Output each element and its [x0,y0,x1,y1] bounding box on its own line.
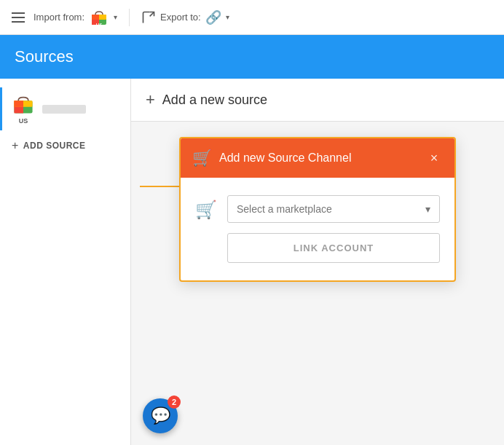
export-label: Export to: [160,12,201,23]
modal-area: 🛒 Add new Source Channel × 🛒 Select a ma… [131,122,504,445]
source-us-label: US [19,117,28,125]
sources-header: Sources [0,35,504,79]
svg-rect-3 [92,15,99,20]
svg-rect-8 [14,101,23,107]
marketplace-chevron-icon: ▾ [425,203,430,215]
source-icon-wrap: US [12,93,35,125]
sources-title: Sources [15,47,74,66]
toolbar: Import from: US ▾ Export to: 🔗 ▾ [0,0,504,35]
export-arrow-icon [141,10,156,25]
modal-cart-icon: 🛒 [192,149,212,168]
add-source-banner-text: Add a new source [162,92,267,108]
add-source-label: ADD SOURCE [23,141,86,151]
chat-badge: 2 [168,395,181,409]
content-area: + Add a new source 🛒 Add new Source Chan… [131,79,504,445]
add-source-button[interactable]: + ADD SOURCE [0,133,130,158]
export-chevron-icon: ▾ [226,13,229,21]
source-bag-icon [12,93,35,117]
sidebar: US + ADD SOURCE [0,79,131,445]
import-section: Import from: US ▾ [34,7,117,28]
sidebar-item-source[interactable]: US [0,87,130,130]
modal-fields: Select a marketplace ▾ LINK ACCOUNT [227,195,440,263]
hamburger-menu[interactable] [9,9,28,25]
link-account-button[interactable]: LINK ACCOUNT [227,233,440,263]
add-source-banner: + Add a new source [131,79,504,122]
marketplace-select[interactable]: Select a marketplace ▾ [227,195,440,223]
source-name-placeholder [42,105,86,114]
modal-body: 🛒 Select a marketplace ▾ LINK ACCOUNT [181,178,454,280]
main-layout: US + ADD SOURCE + Add a new source 🛒 [0,79,504,445]
modal-header-left: 🛒 Add new Source Channel [192,149,351,168]
svg-text:US: US [96,23,102,27]
export-source-icon: 🔗 [205,9,221,25]
toolbar-divider [129,9,130,26]
add-source-plus-icon: + [12,139,19,152]
import-label: Import from: [34,12,84,23]
modal-close-button[interactable]: × [425,149,443,167]
chat-bubble-button[interactable]: 💬 2 [143,398,178,433]
banner-plus-icon: + [146,90,155,109]
import-chevron-icon: ▾ [114,13,117,21]
export-section: Export to: 🔗 ▾ [141,9,229,25]
modal-header: 🛒 Add new Source Channel × [181,138,454,178]
modal-title: Add new Source Channel [219,151,351,165]
import-source-icon: US [89,7,109,28]
chat-bubble-icon: 💬 [151,406,170,425]
marketplace-placeholder: Select a marketplace [237,203,332,215]
modal-body-cart-icon: 🛒 [195,200,217,220]
add-source-channel-modal: 🛒 Add new Source Channel × 🛒 Select a ma… [179,137,456,282]
